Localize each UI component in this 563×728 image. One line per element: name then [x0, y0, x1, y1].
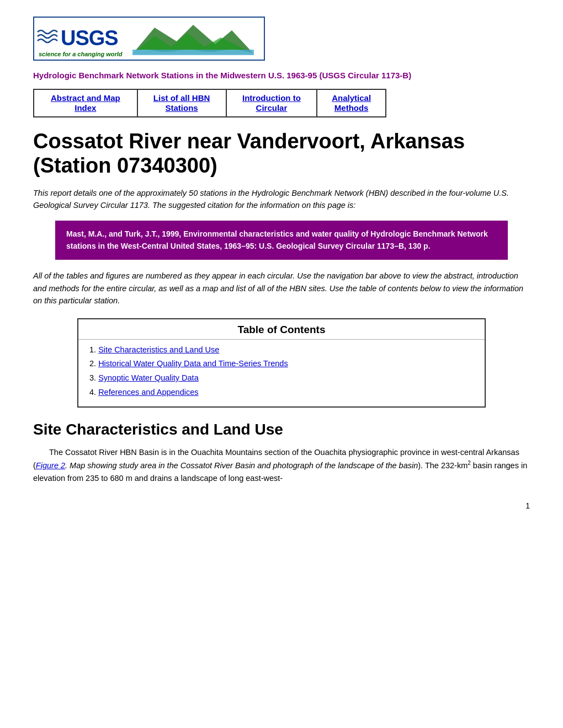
- nav-item-analytical[interactable]: AnalyticalMethods: [317, 89, 386, 117]
- nav-item-intro[interactable]: Introduction toCircular: [226, 89, 317, 117]
- section1-body: The Cossatot River HBN Basin is in the O…: [33, 446, 530, 485]
- nav-link-hbn[interactable]: List of all HBNStations: [153, 93, 210, 113]
- nav-item-abstract[interactable]: Abstract and MapIndex: [34, 89, 137, 117]
- section1-body-end: ). The 232-km: [418, 461, 468, 470]
- usgs-logo-image: USGS science for a changing world: [33, 17, 265, 61]
- nav-item-hbn[interactable]: List of all HBNStations: [137, 89, 226, 117]
- nav-link-abstract[interactable]: Abstract and MapIndex: [51, 93, 120, 113]
- circular-title-link[interactable]: Hydrologic Benchmark Network Stations in…: [33, 71, 411, 80]
- nav-link-intro[interactable]: Introduction toCircular: [242, 93, 301, 113]
- toc-link-2[interactable]: Historical Water Quality Data and Time-S…: [98, 359, 288, 368]
- toc-item-2: 2. Historical Water Quality Data and Tim…: [89, 358, 474, 370]
- nav-link-analytical[interactable]: AnalyticalMethods: [332, 93, 371, 113]
- table-of-contents: Table of Contents 1. Site Characteristic…: [77, 318, 486, 408]
- citation-box: Mast, M.A., and Turk, J.T., 1999, Enviro…: [55, 221, 508, 260]
- toc-list: 1. Site Characteristics and Land Use 2. …: [78, 340, 485, 406]
- svg-text:USGS: USGS: [61, 26, 118, 50]
- svg-text:science for a changing world: science for a changing world: [39, 51, 123, 57]
- section1-italic: . Map showing study area in the Cossatot…: [65, 461, 418, 470]
- circular-title: Hydrologic Benchmark Network Stations in…: [33, 71, 530, 80]
- figure2-link[interactable]: Figure 2: [36, 461, 65, 470]
- second-paragraph: All of the tables and figures are number…: [33, 270, 530, 307]
- toc-link-3[interactable]: Synoptic Water Quality Data: [98, 373, 199, 382]
- toc-link-4[interactable]: References and Appendices: [98, 388, 198, 397]
- toc-header: Table of Contents: [78, 319, 485, 340]
- nav-table: Abstract and MapIndex List of all HBNSta…: [33, 89, 386, 117]
- page-title: Cossatot River near Vandervoort, Arkansa…: [33, 130, 530, 178]
- toc-item-3: 3. Synoptic Water Quality Data: [89, 372, 474, 384]
- toc-item-4: 4. References and Appendices: [89, 387, 474, 399]
- section1-heading: Site Characteristics and Land Use: [33, 421, 530, 438]
- page-number: 1: [33, 501, 530, 510]
- toc-item-1: 1. Site Characteristics and Land Use: [89, 344, 474, 356]
- logo-area: USGS science for a changing world: [33, 17, 530, 63]
- intro-paragraph: This report details one of the approxima…: [33, 188, 530, 212]
- toc-link-1[interactable]: Site Characteristics and Land Use: [98, 345, 219, 354]
